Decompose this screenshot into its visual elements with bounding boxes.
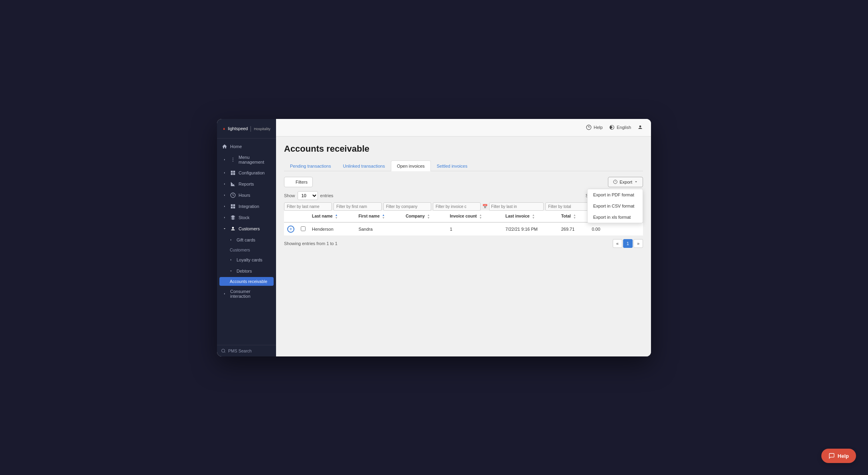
entries-select[interactable]: 10 25 50 100 — [298, 191, 318, 200]
table-footer: Showing entries from 1 to 1 « 1 » — [284, 239, 643, 248]
sort-company: ▲ ▼ — [427, 214, 430, 219]
help-icon — [586, 125, 592, 130]
sidebar-item-gift-cards[interactable]: Gift cards — [217, 234, 276, 245]
stack-icon — [230, 215, 236, 220]
sidebar-item-customers[interactable]: Customers — [217, 223, 276, 234]
brand-label: lightspeed — [228, 126, 248, 131]
sidebar-item-home[interactable]: Home — [217, 141, 276, 152]
export-pdf[interactable]: Export in PDF format — [588, 189, 643, 200]
filter-invoice[interactable] — [433, 202, 481, 211]
col-invoice-count[interactable]: Invoice count ▲ ▼ — [447, 211, 502, 222]
tab-pending[interactable]: Pending transactions — [284, 160, 337, 171]
menu-icon — [230, 157, 236, 162]
filter-last-name[interactable] — [284, 202, 332, 211]
svg-rect-11 — [233, 206, 235, 208]
table-row: + Henderson Sandra 1 7/22/21 9:16 PM 269… — [284, 222, 643, 236]
sidebar-item-loyalty-cards-label: Loyalty cards — [237, 257, 262, 262]
logo: lightspeed Hospitality — [217, 119, 276, 139]
col-action — [284, 211, 298, 222]
filter-icon — [289, 180, 294, 184]
language-selector[interactable]: English — [609, 125, 631, 130]
row-invoice-count: 1 — [447, 222, 502, 236]
tab-unlinked[interactable]: Unlinked transactions — [337, 160, 391, 171]
row-total: 269.71 — [558, 222, 589, 236]
pms-search[interactable]: PMS Search — [217, 345, 276, 356]
filters-button[interactable]: Filters — [284, 177, 313, 187]
user-profile[interactable] — [637, 125, 643, 130]
sidebar-item-accounts-receivable[interactable]: Accounts receivable — [219, 277, 274, 286]
sidebar-item-menu-label: Menu management — [239, 155, 271, 164]
sidebar-item-reports[interactable]: Reports — [217, 178, 276, 190]
sidebar-item-customers-link[interactable]: Customers — [217, 245, 276, 254]
sidebar-item-debtors-label: Debtors — [237, 269, 252, 273]
export-button[interactable]: Export — [608, 177, 643, 187]
showing-label: Showing entries from 1 to 1 — [284, 241, 337, 246]
col-first-name[interactable]: First name ▲ ▼ — [355, 211, 402, 222]
sidebar-item-hours-label: Hours — [239, 193, 250, 198]
sort-last-invoice: ▲ ▼ — [532, 214, 535, 219]
sidebar-item-accounts-receivable-label: Accounts receivable — [230, 279, 267, 284]
filter-last-invoice[interactable] — [489, 202, 544, 211]
col-last-invoice[interactable]: Last invoice ▲ ▼ — [502, 211, 558, 222]
filter-total[interactable] — [545, 202, 593, 211]
sidebar-item-configuration[interactable]: Configuration — [217, 167, 276, 178]
chevron-right-icon7 — [228, 237, 234, 243]
row-total-gratuity: 0.00 — [588, 222, 643, 236]
col-total[interactable]: Total ▲ ▼ — [558, 211, 589, 222]
page-prev-button[interactable]: « — [613, 239, 622, 248]
svg-rect-5 — [231, 173, 233, 175]
sidebar: lightspeed Hospitality Home Menu managem… — [217, 119, 276, 356]
tab-open-invoices[interactable]: Open invoices — [391, 160, 431, 171]
sidebar-item-menu-management[interactable]: Menu management — [217, 152, 276, 167]
filter-company[interactable] — [383, 202, 431, 211]
sort-first-name: ▲ ▼ — [382, 214, 385, 219]
svg-point-13 — [586, 125, 591, 130]
tab-settled[interactable]: Settled invoices — [431, 160, 473, 171]
sidebar-item-stock[interactable]: Stock — [217, 212, 276, 223]
integration-icon — [230, 204, 236, 209]
col-checkbox — [298, 211, 309, 222]
show-entries: Show 10 25 50 100 entries — [284, 191, 333, 200]
sidebar-item-reports-label: Reports — [239, 182, 254, 186]
sidebar-item-consumer-interaction-label: Consumer interaction — [230, 289, 271, 299]
sidebar-item-debtors[interactable]: Debtors — [217, 265, 276, 277]
svg-point-0 — [233, 158, 233, 158]
help-link[interactable]: Help — [586, 125, 603, 130]
show-label: Show — [284, 193, 295, 198]
svg-rect-4 — [233, 170, 235, 172]
sidebar-item-home-label: Home — [230, 144, 242, 149]
sidebar-item-config-label: Configuration — [239, 170, 264, 175]
svg-rect-9 — [233, 204, 235, 206]
filter-first-name[interactable] — [333, 202, 381, 211]
page-next-button[interactable]: » — [633, 239, 643, 248]
col-company[interactable]: Company ▲ ▼ — [402, 211, 447, 222]
user-circle-icon — [230, 226, 236, 232]
add-row-button[interactable]: + — [287, 226, 294, 233]
logo-divider — [251, 126, 251, 132]
language-label: English — [617, 125, 631, 130]
export-xls[interactable]: Export in xls format — [588, 212, 643, 223]
export-container: Export Export in PDF format Export in CS… — [608, 177, 643, 187]
svg-point-2 — [233, 161, 233, 162]
clock-icon — [230, 192, 236, 198]
export-icon — [613, 180, 617, 184]
pagination: « 1 » — [613, 239, 643, 248]
sidebar-item-integration[interactable]: Integration — [217, 201, 276, 212]
row-checkbox[interactable] — [301, 226, 306, 231]
page-1-button[interactable]: 1 — [623, 239, 633, 248]
svg-rect-10 — [231, 206, 233, 208]
grid-icon — [230, 170, 236, 176]
pms-search-label: PMS Search — [228, 348, 252, 353]
export-csv[interactable]: Export in CSV format — [588, 200, 643, 212]
row-first-name: Sandra — [355, 222, 402, 236]
col-last-name[interactable]: Last name ▲ ▼ — [309, 211, 355, 222]
flame-icon — [223, 125, 225, 133]
help-label: Help — [594, 125, 603, 130]
sidebar-item-hours[interactable]: Hours — [217, 190, 276, 201]
sidebar-item-stock-label: Stock — [239, 215, 250, 220]
filters-button-label: Filters — [296, 180, 308, 184]
sidebar-item-consumer-interaction[interactable]: Consumer interaction — [217, 286, 276, 301]
sort-last-name: ▲ ▼ — [335, 214, 338, 219]
sidebar-item-loyalty-cards[interactable]: Loyalty cards — [217, 254, 276, 265]
chevron-right-icon — [222, 157, 227, 162]
